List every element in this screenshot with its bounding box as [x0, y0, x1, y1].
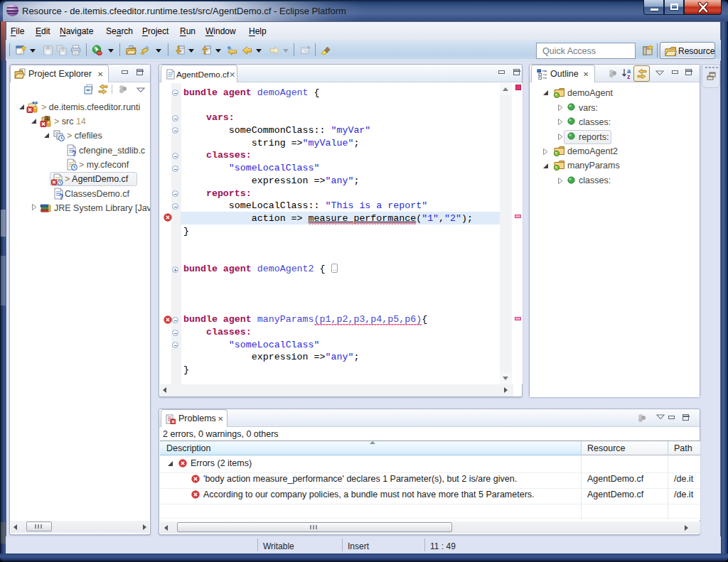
svg-text:z: z [627, 73, 631, 80]
svg-text:?: ? [72, 150, 76, 157]
svg-text:?: ? [59, 193, 63, 200]
